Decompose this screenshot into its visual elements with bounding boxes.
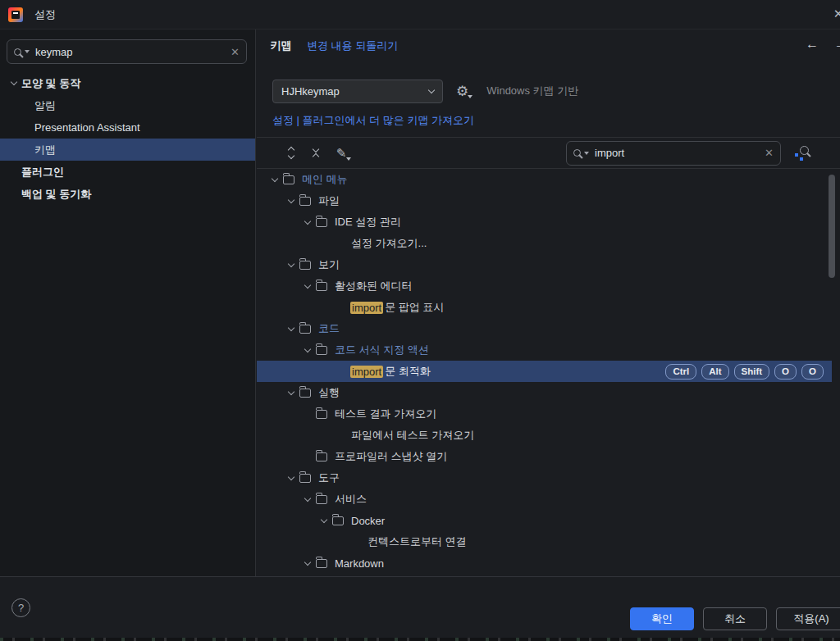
keymap-select[interactable]: HJHkeymap: [272, 80, 443, 103]
sidebar-item[interactable]: Presentation Assistant: [0, 116, 255, 139]
chevron-down-icon[interactable]: [304, 217, 311, 224]
find-by-shortcut-icon[interactable]: [794, 145, 810, 161]
tree-item-label: 파일: [318, 193, 340, 208]
chevron-down-icon[interactable]: [11, 79, 17, 85]
sidebar-item-label: 모양 및 동작: [21, 76, 80, 91]
chevron-down-icon[interactable]: [288, 324, 294, 330]
tree-item-label: 프로파일러 스냅샷 열기: [335, 449, 447, 464]
search-match-highlight: import: [350, 366, 383, 378]
tree-row[interactable]: 설정 가져오기...: [257, 233, 832, 254]
keymap-based-on-label: Windows 키맵 기반: [486, 84, 578, 98]
chevron-down-icon[interactable]: [304, 345, 311, 352]
sidebar-item[interactable]: 모양 및 동작: [0, 72, 255, 94]
keymap-chooser-row: HJHkeymap ⚙ Windows 키맵 기반: [272, 79, 840, 103]
tree-row[interactable]: 메인 메뉴: [257, 169, 832, 190]
chevron-down-icon[interactable]: [288, 388, 294, 394]
ok-button[interactable]: 확인: [630, 607, 694, 630]
folder-icon: [299, 389, 311, 398]
tree-item-label: Markdown: [335, 557, 384, 570]
sidebar-item[interactable]: 알림: [0, 94, 255, 116]
chevron-down-icon[interactable]: [304, 494, 311, 501]
expand-all-icon[interactable]: [281, 143, 303, 164]
cancel-button[interactable]: 취소: [703, 607, 767, 630]
tree-item-label: 설정 가져오기...: [351, 236, 427, 251]
chevron-down-icon[interactable]: [272, 175, 278, 181]
help-icon[interactable]: ?: [11, 598, 30, 617]
background-screen-strip: [0, 638, 840, 641]
tree-item-label: 활성화된 에디터: [335, 279, 413, 293]
tree-item-label: 테스트 결과 가져오기: [335, 407, 436, 421]
settings-search-input[interactable]: [35, 46, 225, 58]
chevron-down-icon[interactable]: [288, 473, 294, 480]
search-options-caret-icon[interactable]: [584, 152, 589, 155]
folder-icon: [316, 452, 327, 461]
chevron-down-icon[interactable]: [288, 260, 294, 266]
folder-icon: [332, 516, 344, 525]
sidebar-item-label: Presentation Assistant: [34, 121, 140, 134]
chevron-down-icon: [428, 86, 435, 93]
folder-icon: [316, 559, 327, 568]
edit-shortcut-icon[interactable]: ✎: [331, 143, 352, 164]
chevron-down-icon[interactable]: [321, 516, 327, 522]
tree-row[interactable]: Markdown: [257, 552, 832, 574]
gear-icon[interactable]: ⚙: [456, 84, 468, 98]
shortcut-badge: O: [801, 364, 824, 380]
sidebar-item[interactable]: 플러그인: [0, 161, 255, 183]
clear-search-icon[interactable]: ✕: [765, 147, 774, 159]
tree-row[interactable]: 보기: [257, 254, 832, 275]
tree-row[interactable]: 테스트 결과 가져오기: [257, 403, 832, 425]
search-history-caret-icon[interactable]: [25, 50, 30, 53]
sidebar-item[interactable]: 백업 및 동기화: [0, 183, 255, 205]
get-more-keymaps-link[interactable]: 설정 | 플러그인에서 더 많은 키맵 가져오기: [272, 113, 474, 128]
window-title: 설정: [34, 7, 56, 22]
tree-row[interactable]: 파일에서 테스트 가져오기: [257, 425, 832, 446]
back-icon[interactable]: ←: [806, 37, 819, 52]
tree-item-label: 파일에서 테스트 가져오기: [351, 428, 474, 443]
tree-row[interactable]: 활성화된 에디터: [257, 275, 832, 297]
tree-row[interactable]: 프로파일러 스냅샷 열기: [257, 446, 832, 467]
chevron-down-icon[interactable]: [288, 196, 294, 202]
shortcut-badges: CtrlAltShiftOO: [665, 364, 824, 380]
shortcut-badge: Alt: [701, 364, 728, 380]
tree-row[interactable]: 코드: [257, 318, 832, 339]
sidebar-item[interactable]: 키맵: [0, 139, 255, 161]
folder-icon: [299, 474, 311, 483]
tree-row[interactable]: 코드 서식 지정 액션: [257, 339, 832, 361]
chevron-down-icon[interactable]: [304, 281, 311, 288]
settings-search-field[interactable]: ✕: [7, 39, 247, 64]
tree-row[interactable]: IDE 설정 관리: [257, 211, 832, 233]
sidebar-item-label: 플러그인: [21, 165, 64, 180]
tree-row[interactable]: 컨텍스트로부터 연결: [257, 531, 832, 552]
folder-icon: [299, 325, 311, 334]
sidebar-item-label: 백업 및 동기화: [21, 187, 91, 202]
revert-changes-link[interactable]: 변경 내용 되돌리기: [307, 39, 398, 53]
page-title: 키맵: [270, 39, 292, 53]
keymap-header: 키맵 변경 내용 되돌리기 ← →: [257, 30, 840, 62]
tree-row[interactable]: 도구: [257, 467, 832, 489]
tree-row[interactable]: import 문 최적화CtrlAltShiftOO: [257, 361, 832, 382]
tree-item-label: IDE 설정 관리: [335, 215, 401, 230]
collapse-all-icon[interactable]: [306, 143, 327, 164]
tree-row[interactable]: 파일: [257, 190, 832, 211]
tree-item-label: Docker: [351, 515, 385, 527]
tree-row[interactable]: 서비스: [257, 489, 832, 510]
sidebar-item-label: 알림: [34, 98, 56, 113]
chevron-down-icon[interactable]: [304, 558, 311, 565]
clear-search-icon[interactable]: ✕: [231, 46, 240, 58]
action-search-field[interactable]: ✕: [566, 141, 781, 166]
apply-button[interactable]: 적용(A): [776, 607, 840, 630]
shortcut-badge: Shift: [734, 364, 770, 380]
forward-icon[interactable]: →: [834, 37, 840, 52]
keymap-page: 키맵 변경 내용 되돌리기 ← → HJHkeymap ⚙ Windows 키맵…: [257, 30, 840, 576]
scrollbar-thumb[interactable]: [829, 175, 835, 278]
tree-row[interactable]: import 문 팝업 표시: [257, 297, 832, 318]
tree-row[interactable]: Docker: [257, 510, 832, 531]
tree-item-label: 코드 서식 지정 액션: [335, 343, 429, 357]
app-logo-icon: [8, 7, 23, 22]
close-icon[interactable]: ✕: [831, 7, 840, 21]
folder-icon: [299, 197, 311, 206]
action-search-input[interactable]: [595, 147, 759, 159]
tree-row[interactable]: 실행: [257, 382, 832, 403]
shortcut-badge: Ctrl: [665, 364, 696, 380]
folder-icon: [316, 282, 327, 291]
